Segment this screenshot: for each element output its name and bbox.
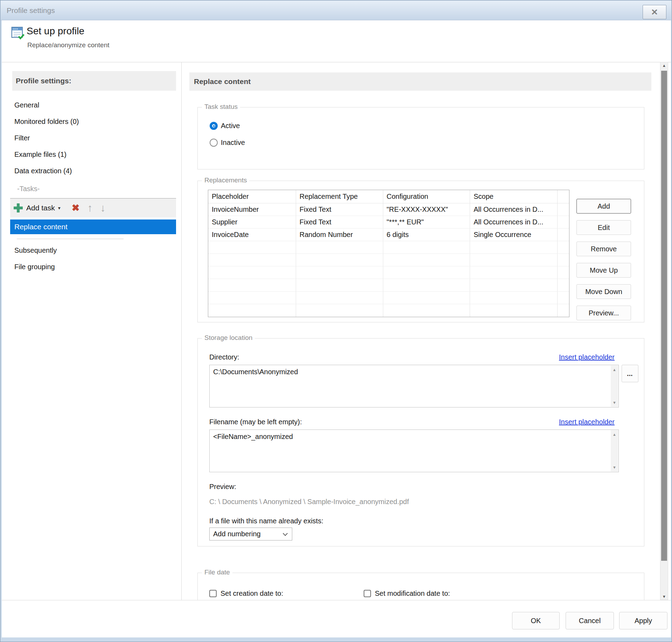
cell-configuration: "***,** EUR" xyxy=(383,216,470,228)
insert-placeholder-link-filename[interactable]: Insert placeholder xyxy=(559,418,615,426)
scroll-up-icon[interactable]: ▲ xyxy=(611,368,618,372)
titlebar[interactable]: Profile settings ✕ xyxy=(1,1,671,20)
sidebar-item-general[interactable]: General xyxy=(12,98,176,112)
cell-spacer xyxy=(558,203,569,216)
storage-location-group: Storage location Directory: Insert place… xyxy=(197,338,644,546)
set-creation-date-checkbox[interactable] xyxy=(209,590,217,597)
profile-window-icon xyxy=(11,26,24,40)
scroll-down-icon[interactable]: ▼ xyxy=(611,465,618,469)
filename-input[interactable]: <FileName>_anonymized ▲ ▼ xyxy=(209,430,619,472)
move-down-button[interactable]: Move Down xyxy=(576,284,631,299)
filename-scrollbar[interactable]: ▲ ▼ xyxy=(611,430,618,472)
tasks-divider xyxy=(17,239,124,239)
table-row-empty[interactable] xyxy=(208,266,569,279)
task-status-legend: Task status xyxy=(202,103,240,111)
scroll-down-icon[interactable]: ▼ xyxy=(611,400,618,405)
exists-dropdown[interactable]: Add numbering xyxy=(209,528,292,540)
set-creation-date-label: Set creation date to: xyxy=(220,589,283,598)
browse-directory-button[interactable]: ... xyxy=(622,365,638,382)
cell-placeholder: InvoiceNumber xyxy=(208,203,296,216)
scroll-up-icon[interactable]: ▲ xyxy=(611,432,618,437)
cell-placeholder: Supplier xyxy=(208,216,296,228)
table-row[interactable]: Supplier Fixed Text "***,** EUR" All Occ… xyxy=(208,216,569,229)
dialog-content: Set up profile Replace/anonymize content… xyxy=(2,20,671,637)
add-icon xyxy=(14,203,23,212)
storage-location-legend: Storage location xyxy=(202,334,255,342)
table-row-empty[interactable] xyxy=(208,304,569,317)
directory-scrollbar[interactable]: ▲ ▼ xyxy=(611,365,618,407)
sidebar-item-file-grouping[interactable]: File grouping xyxy=(12,260,176,274)
cell-spacer xyxy=(558,216,569,228)
column-header-placeholder[interactable]: Placeholder xyxy=(208,190,296,203)
exists-label: If a file with this name already exists: xyxy=(209,517,323,525)
cell-replacement-type: Random Number xyxy=(296,229,383,241)
sidebar-item-subsequently[interactable]: Subsequently xyxy=(12,243,176,257)
sidebar-item-replace-content[interactable]: Replace content xyxy=(10,219,176,234)
scroll-down-icon[interactable]: ▼ xyxy=(660,594,668,599)
table-row-empty[interactable] xyxy=(208,254,569,266)
replacements-table[interactable]: Placeholder Replacement Type Configurati… xyxy=(208,190,569,317)
chevron-down-icon[interactable]: ▾ xyxy=(58,205,61,211)
file-date-legend: File date xyxy=(202,568,232,576)
cell-scope: Single Occurrence xyxy=(470,229,558,241)
directory-label: Directory: xyxy=(209,353,239,361)
radio-inactive-label: Inactive xyxy=(221,139,245,147)
preview-button[interactable]: Preview... xyxy=(576,306,631,320)
ok-button[interactable]: OK xyxy=(512,612,560,629)
cell-configuration: 6 digits xyxy=(383,229,470,241)
add-task-button[interactable]: Add task xyxy=(26,204,55,212)
task-status-group: Task status Active Inactive xyxy=(197,107,644,169)
cell-replacement-type: Fixed Text xyxy=(296,216,383,228)
move-task-up-button[interactable]: ↑ xyxy=(87,202,92,214)
directory-input[interactable]: C:\Documents\Anonymized ▲ ▼ xyxy=(209,365,619,407)
tasks-toolbar: Add task ▾ ✖ ↑ ↓ xyxy=(10,198,176,217)
cancel-button[interactable]: Cancel xyxy=(566,612,614,629)
sidebar-item-monitored-folders[interactable]: Monitored folders (0) xyxy=(12,114,176,128)
page-title: Set up profile xyxy=(27,26,84,37)
window-title: Profile settings xyxy=(7,6,55,15)
scroll-up-icon[interactable]: ▲ xyxy=(660,63,668,68)
move-task-down-button[interactable]: ↓ xyxy=(100,202,105,214)
table-header-row: Placeholder Replacement Type Configurati… xyxy=(208,190,569,203)
close-icon: ✕ xyxy=(651,7,658,17)
delete-task-button[interactable]: ✖ xyxy=(72,202,80,214)
scrollbar-thumb[interactable] xyxy=(661,71,667,561)
insert-placeholder-link-directory[interactable]: Insert placeholder xyxy=(559,353,615,361)
radio-inactive[interactable] xyxy=(210,139,218,147)
preview-path: C: \ Documents \ Anonymized \ Sample-Inv… xyxy=(209,498,409,506)
move-up-button[interactable]: Move Up xyxy=(576,263,631,278)
exists-dropdown-value: Add numbering xyxy=(213,530,261,538)
table-row[interactable]: InvoiceDate Random Number 6 digits Singl… xyxy=(208,229,569,241)
add-button[interactable]: Add xyxy=(576,199,631,214)
chevron-down-icon xyxy=(283,531,288,536)
directory-value: C:\Documents\Anonymized xyxy=(213,368,298,376)
table-row-empty[interactable] xyxy=(208,241,569,254)
sidebar-item-data-extraction[interactable]: Data extraction (4) xyxy=(12,164,176,178)
column-header-configuration[interactable]: Configuration xyxy=(383,190,470,203)
edit-button[interactable]: Edit xyxy=(576,220,631,235)
main-scrollbar[interactable]: ▲ ▼ xyxy=(660,62,668,600)
remove-button[interactable]: Remove xyxy=(576,242,631,256)
filename-label: Filename (may be left empty): xyxy=(209,418,302,426)
table-row-empty[interactable] xyxy=(208,292,569,304)
set-modification-date-checkbox[interactable] xyxy=(364,590,371,597)
radio-active[interactable] xyxy=(210,122,218,130)
radio-active-label: Active xyxy=(221,122,240,130)
cell-scope: All Occurrences in D... xyxy=(470,203,558,216)
replacements-legend: Replacements xyxy=(202,176,249,184)
apply-button[interactable]: Apply xyxy=(619,612,667,629)
table-row[interactable]: InvoiceNumber Fixed Text "RE-XXXX-XXXXX"… xyxy=(208,203,569,216)
column-header-scope[interactable]: Scope xyxy=(470,190,558,203)
profile-settings-dialog: Profile settings ✕ Set up profile Replac… xyxy=(0,0,672,642)
page-subtitle: Replace/anonymize content xyxy=(27,41,109,49)
sidebar-item-filter[interactable]: Filter xyxy=(12,131,176,145)
close-button[interactable]: ✕ xyxy=(643,5,666,19)
table-row-empty[interactable] xyxy=(208,279,569,292)
column-header-replacement-type[interactable]: Replacement Type xyxy=(296,190,383,203)
replacements-group: Replacements Placeholder Replacement Typ… xyxy=(197,181,644,322)
cell-replacement-type: Fixed Text xyxy=(296,203,383,216)
cell-placeholder: InvoiceDate xyxy=(208,229,296,241)
sidebar-item-example-files[interactable]: Example files (1) xyxy=(12,147,176,161)
cell-spacer xyxy=(558,229,569,241)
footer-divider xyxy=(2,600,671,600)
